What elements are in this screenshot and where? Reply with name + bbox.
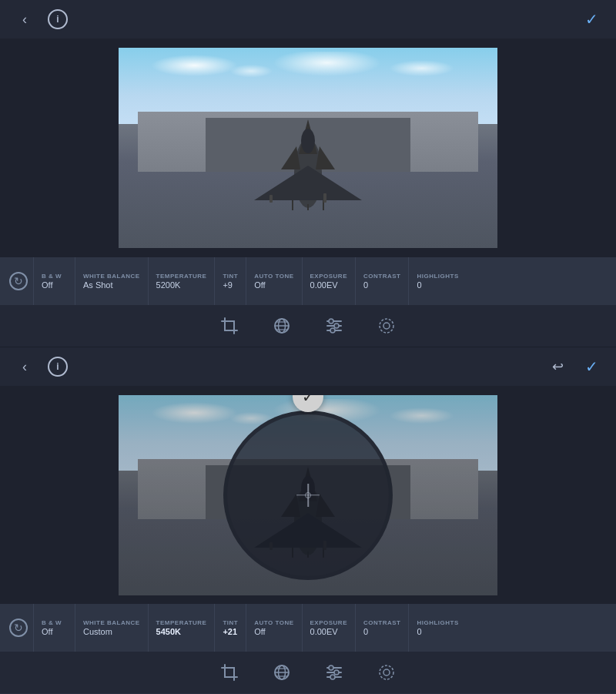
svg-rect-10 [323, 193, 326, 203]
highlights-value-2: 0 [417, 627, 421, 636]
exposure-value-2: 0.00EV [310, 627, 338, 636]
wb-value-1: As Shot [83, 280, 113, 290]
back-button-1[interactable]: ‹ [14, 8, 35, 30]
highlights-label-2: HIGHLIGHTS [417, 619, 458, 626]
svg-marker-4 [281, 146, 300, 169]
tint-label-1: TINT [223, 273, 238, 280]
meta-wb-2[interactable]: WHITE BALANCE Custom [75, 604, 149, 652]
autotone-value-1: Off [254, 280, 265, 290]
autotone-value-2: Off [254, 627, 265, 636]
info-button-2[interactable]: i [48, 357, 68, 377]
sync-icon-2[interactable] [9, 619, 28, 637]
meta-highlights-1[interactable]: HIGHLIGHTS 0 [409, 257, 616, 305]
image-area-2[interactable]: ✓ [0, 386, 616, 604]
bw-value-2: Off [42, 627, 52, 636]
wb-label-2: WHITE BALANCE [83, 619, 140, 626]
radial-tool-2[interactable] [373, 659, 400, 686]
header-right-1: ✓ [581, 8, 602, 30]
meta-exposure-1[interactable]: EXPOSURE 0.00EV [303, 257, 356, 305]
radial-icon-2 [378, 664, 395, 681]
crop-tool-2[interactable] [216, 659, 243, 686]
meta-autotone-1[interactable]: AUTO TONE Off [246, 257, 302, 305]
contrast-value-2: 0 [363, 627, 368, 636]
contrast-label-2: CONTRAST [363, 619, 400, 626]
contrast-label-1: CONTRAST [363, 273, 400, 280]
wb-ring[interactable] [223, 411, 393, 580]
header-left-2: ‹ i [14, 356, 68, 377]
header-bar-1: ‹ i ✓ [0, 0, 616, 39]
meta-highlights-2[interactable]: HIGHLIGHTS 0 [409, 604, 616, 652]
svg-point-2 [301, 129, 315, 153]
sync-item-2[interactable] [0, 604, 34, 652]
svg-point-41 [329, 666, 333, 670]
bw-label-2: B & W [42, 619, 62, 626]
clouds-1 [119, 52, 497, 79]
sync-item-1[interactable] [0, 257, 34, 305]
sliders-tool-2[interactable] [320, 659, 348, 686]
meta-strip-1: B & W Off WHITE BALANCE As Shot TEMPERAT… [0, 257, 616, 305]
meta-contrast-1[interactable]: CONTRAST 0 [356, 257, 409, 305]
meta-temp-2[interactable]: TEMPERATURE 5450K [149, 604, 216, 652]
svg-point-45 [330, 675, 335, 679]
globe-icon-2 [273, 664, 290, 681]
tint-value-2: +21 [223, 627, 237, 636]
temp-label-2: TEMPERATURE [156, 619, 207, 626]
svg-point-17 [329, 319, 333, 324]
crop-tool-1[interactable] [216, 312, 243, 340]
exposure-label-1: EXPOSURE [310, 273, 347, 280]
radial-icon-1 [378, 317, 395, 334]
globe-icon-1 [273, 317, 290, 334]
confirm-button-2[interactable]: ✓ [581, 356, 602, 377]
temp-value-1: 5200K [156, 280, 181, 290]
meta-tint-1[interactable]: TINT +9 [215, 257, 246, 305]
svg-point-47 [383, 669, 390, 676]
svg-marker-5 [316, 146, 335, 169]
meta-exposure-2[interactable]: EXPOSURE 0.00EV [303, 604, 356, 652]
meta-contrast-2[interactable]: CONTRAST 0 [356, 604, 409, 652]
photo-2: ✓ [119, 395, 497, 595]
meta-temp-1[interactable]: TEMPERATURE 5200K [149, 257, 216, 305]
meta-bw-1: B & W Off [34, 257, 75, 305]
tint-label-2: TINT [223, 619, 238, 626]
meta-tint-2[interactable]: TINT +21 [215, 604, 246, 652]
meta-wb-1[interactable]: WHITE BALANCE As Shot [75, 257, 149, 305]
wb-crosshair [296, 484, 320, 507]
bw-label-1: B & W [42, 273, 62, 280]
jet-svg-1 [239, 112, 377, 212]
temp-value-2: 5450K [156, 627, 181, 636]
svg-rect-9 [270, 195, 273, 203]
contrast-value-1: 0 [363, 280, 368, 290]
header-bar-2: ‹ i ↩ ✓ [0, 347, 616, 386]
panel-1: ‹ i ✓ [0, 0, 616, 347]
undo-button-2[interactable]: ↩ [547, 356, 568, 377]
autotone-label-1: AUTO TONE [254, 273, 293, 280]
svg-point-46 [380, 666, 393, 679]
sliders-icon-2 [326, 664, 343, 681]
info-button-1[interactable]: i [48, 9, 68, 29]
wb-selector-overlay[interactable]: ✓ [223, 411, 393, 580]
exposure-value-1: 0.00EV [310, 280, 338, 290]
wb-crosshair-circle [305, 492, 311, 498]
wb-value-2: Custom [83, 627, 112, 636]
meta-bw-2: B & W Off [34, 604, 75, 652]
svg-point-23 [383, 323, 390, 329]
confirm-button-1[interactable]: ✓ [581, 8, 602, 30]
mask-tool-1[interactable] [268, 312, 296, 340]
highlights-label-1: HIGHLIGHTS [417, 273, 458, 280]
photo-1 [119, 48, 497, 248]
back-button-2[interactable]: ‹ [14, 356, 35, 377]
toolbar-2 [0, 652, 616, 693]
meta-strip-2: B & W Off WHITE BALANCE Custom TEMPERATU… [0, 604, 616, 652]
svg-point-21 [330, 328, 335, 333]
bw-value-1: Off [42, 280, 52, 290]
meta-autotone-2[interactable]: AUTO TONE Off [246, 604, 302, 652]
temp-label-1: TEMPERATURE [156, 273, 207, 280]
mask-tool-2[interactable] [268, 659, 296, 686]
radial-tool-1[interactable] [373, 312, 400, 340]
sliders-tool-1[interactable] [320, 312, 348, 340]
exposure-label-2: EXPOSURE [310, 619, 347, 626]
highlights-value-1: 0 [417, 280, 421, 290]
toolbar-1 [0, 305, 616, 347]
sync-icon-1[interactable] [9, 272, 28, 290]
wb-label-1: WHITE BALANCE [83, 273, 140, 280]
